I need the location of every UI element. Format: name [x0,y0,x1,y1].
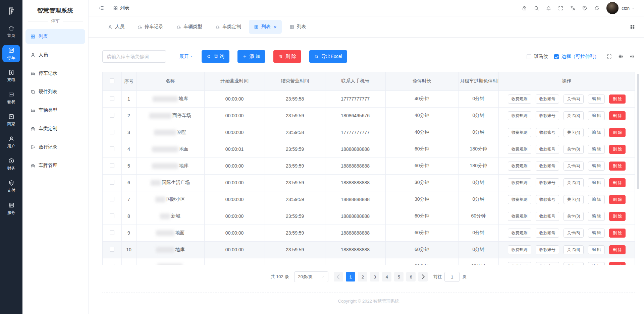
expand-link[interactable]: 展开 [179,54,194,60]
tab-4[interactable]: 列表× [249,20,282,34]
fullscreen-icon[interactable] [606,54,612,59]
gate-button[interactable]: 关卡(3) [564,111,584,120]
fullscreen-icon[interactable] [558,5,564,11]
fee-rule-button[interactable]: 收费规则 [508,111,531,120]
gate-button[interactable]: 关卡(4) [564,162,584,171]
tab-3[interactable]: 车类定制 [210,20,246,34]
fee-rule-button[interactable]: 收费规则 [508,178,531,187]
rail-item-2[interactable]: 充电 [2,67,20,84]
delete-row-button[interactable]: 删 除 [609,195,626,204]
payment-account-button[interactable]: 收款账号 [536,95,559,104]
tab-1[interactable]: 停车记录 [132,20,168,34]
fee-rule-button[interactable]: 收费规则 [508,195,531,204]
fee-rule-button[interactable]: 收费规则 [508,162,531,171]
search-input[interactable] [102,50,166,63]
add-button[interactable]: 添 加 [237,50,265,63]
gate-button[interactable]: 关卡(5) [564,229,584,238]
gate-button[interactable]: 关卡(8) [564,145,584,154]
border-checkbox-group[interactable]: 边框（可拉伸列） [554,54,599,60]
delete-row-button[interactable]: 删 除 [609,262,626,265]
payment-account-button[interactable]: 收款账号 [536,145,559,154]
row-checkbox[interactable] [110,180,114,185]
tab-0[interactable]: 人员 [103,20,129,34]
rail-item-3[interactable]: VIP套餐 [2,89,20,107]
select-all-checkbox[interactable] [110,78,114,83]
delete-row-button[interactable]: 删 除 [609,178,626,187]
edit-button[interactable]: 编 辑 [588,111,604,120]
delete-row-button[interactable]: 删 除 [609,162,626,171]
tab-options-grid-icon[interactable] [630,24,635,30]
payment-account-button[interactable]: 收款账号 [536,262,559,265]
tab-5[interactable]: 列表 [284,20,311,34]
gate-button[interactable]: 关卡(4) [564,262,584,265]
page-button-5[interactable]: 5 [394,272,404,281]
row-checkbox[interactable] [110,163,114,168]
row-checkbox[interactable] [110,146,114,151]
rail-item-0[interactable]: 首页 [2,23,20,40]
page-size-select[interactable]: 20条/页 [294,271,328,282]
rail-item-4[interactable]: 商家 [2,111,20,129]
prev-page-button[interactable] [334,272,343,281]
row-checkbox[interactable] [110,230,114,235]
sidebar-item-5[interactable]: 车类定制 [25,121,85,136]
fee-rule-button[interactable]: 收费规则 [508,95,531,104]
column-settings-icon[interactable] [618,54,624,59]
sidebar-item-2[interactable]: 停车记录 [25,66,85,81]
delete-row-button[interactable]: 删 除 [609,212,626,221]
fee-rule-button[interactable]: 收费规则 [508,262,531,265]
edit-button[interactable]: 编 辑 [588,212,604,221]
delete-button[interactable]: 删 除 [273,50,301,63]
page-button-6[interactable]: 6 [406,272,416,281]
payment-account-button[interactable]: 收款账号 [536,178,559,187]
delete-row-button[interactable]: 删 除 [609,145,626,154]
vertical-scrollbar[interactable] [637,74,639,189]
next-page-button[interactable] [418,272,428,281]
user-menu[interactable]: cfzh [622,6,635,11]
gate-button[interactable]: 关卡(2) [564,178,584,187]
edit-button[interactable]: 编 辑 [588,178,604,187]
sidebar-item-6[interactable]: 放行记录 [25,140,85,154]
payment-account-button[interactable]: 收款账号 [536,212,559,221]
delete-row-button[interactable]: 删 除 [609,95,626,104]
refresh-icon[interactable] [594,5,600,11]
fee-rule-button[interactable]: 收费规则 [508,212,531,221]
page-button-1[interactable]: 1 [346,272,355,281]
fee-rule-button[interactable]: 收费规则 [508,245,531,254]
fee-rule-button[interactable]: 收费规则 [508,128,531,137]
edit-button[interactable]: 编 辑 [588,195,604,204]
sidebar-item-3[interactable]: 硬件列表 [25,84,85,99]
gate-button[interactable]: 关卡(6) [564,245,584,254]
payment-account-button[interactable]: 收款账号 [536,245,559,254]
row-checkbox[interactable] [110,130,114,134]
sidebar-item-1[interactable]: 人员 [25,48,85,62]
row-checkbox[interactable] [110,213,114,218]
delete-row-button[interactable]: 删 除 [609,128,626,137]
query-button[interactable]: 查 询 [202,50,229,63]
delete-row-button[interactable]: 删 除 [609,229,626,238]
zebra-checkbox[interactable] [527,54,531,59]
row-checkbox[interactable] [110,247,114,252]
row-checkbox[interactable] [110,197,114,201]
gate-button[interactable]: 关卡(3) [564,212,584,221]
row-checkbox[interactable] [110,96,114,101]
tag-icon[interactable] [582,5,588,11]
payment-account-button[interactable]: 收款账号 [536,195,559,204]
edit-button[interactable]: 编 辑 [588,128,604,137]
edit-button[interactable]: 编 辑 [588,95,604,104]
collapse-sidebar-icon[interactable] [98,5,104,11]
gear-icon[interactable] [629,54,635,59]
rail-item-7[interactable]: 支付 [2,178,20,195]
goto-page-input[interactable] [444,272,460,282]
gate-button[interactable]: 关卡(4) [564,95,584,104]
rail-item-5[interactable]: 用户 [2,133,20,151]
app-logo[interactable] [6,0,16,19]
lock-icon[interactable] [522,5,527,11]
gate-button[interactable]: 关卡(4) [564,128,584,137]
payment-account-button[interactable]: 收款账号 [536,111,559,120]
sidebar-item-0[interactable]: 列表 [25,29,85,44]
page-button-3[interactable]: 3 [370,272,379,281]
rail-item-1[interactable]: 停车 [2,45,20,62]
payment-account-button[interactable]: 收款账号 [536,229,559,238]
edit-button[interactable]: 编 辑 [588,229,604,238]
export-excel-button[interactable]: 导出Excel [309,50,347,63]
